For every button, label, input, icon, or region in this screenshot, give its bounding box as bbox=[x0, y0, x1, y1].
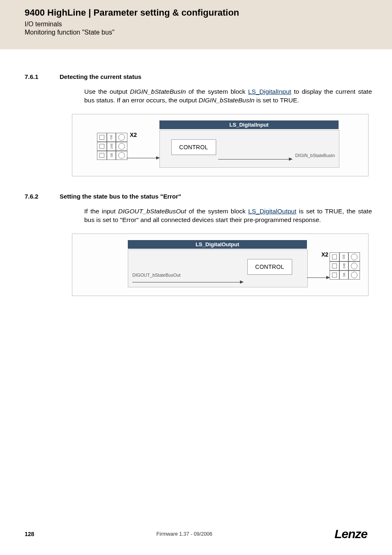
text: of the system block bbox=[186, 88, 248, 95]
arrow-to-port bbox=[218, 159, 292, 160]
text: of the system block bbox=[186, 208, 248, 215]
arrow-from-port bbox=[132, 282, 243, 282]
section-heading-1: 7.6.1 Detecting the current status bbox=[25, 73, 367, 80]
link-ls-digitalinput[interactable]: LS_DigitalInput bbox=[248, 88, 291, 95]
terminal-port bbox=[348, 271, 360, 280]
section-heading-2: 7.6.2 Setting the state bus to the statu… bbox=[25, 193, 367, 200]
terminal-port bbox=[116, 133, 127, 142]
link-ls-digitaloutput[interactable]: LS_DigitalOutput bbox=[248, 208, 296, 215]
section-number-1: 7.6.1 bbox=[25, 73, 60, 80]
terminal-label-sb: SB bbox=[107, 151, 116, 160]
header-title: 9400 HighLine | Parameter setting & conf… bbox=[25, 7, 392, 18]
arrow-out-of-block bbox=[307, 278, 330, 278]
text: If the input bbox=[84, 208, 118, 215]
control-box: CONTROL bbox=[171, 139, 216, 155]
block-title-digitalinput: LS_DigitalInput bbox=[159, 120, 339, 129]
terminal-slot bbox=[97, 142, 107, 151]
terminal-slot bbox=[330, 252, 339, 261]
terminal-label-24e: 24E bbox=[339, 261, 348, 271]
x2-label: X2 bbox=[130, 132, 137, 138]
terminal-port bbox=[348, 261, 360, 271]
port-digin-bstatebusin: DIGIN_bStateBusIn bbox=[295, 153, 335, 158]
diagram-ls-digitalinput: GE 24E SB X2 LS_DigitalInput CONTROL DIG… bbox=[72, 114, 369, 176]
section-1-paragraph: Use the output DIGIN_bStateBusIn of the … bbox=[84, 88, 372, 105]
section-2-paragraph: If the input DIGOUT_bStateBusOut of the … bbox=[84, 207, 372, 224]
var-digin-2: DIGIN_bStateBusIn bbox=[198, 97, 254, 104]
terminal-slot bbox=[330, 261, 339, 271]
lenze-logo: Lenze bbox=[334, 527, 367, 541]
terminal-label-sb: SB bbox=[339, 271, 348, 280]
page-header: 9400 HighLine | Parameter setting & conf… bbox=[0, 0, 392, 49]
diagram-ls-digitaloutput: LS_DigitalOutput DIGOUT_bStateBusOut CON… bbox=[72, 234, 369, 296]
terminal-label-ge: GE bbox=[339, 252, 348, 261]
firmware-version: Firmware 1.37 - 09/2006 bbox=[157, 531, 212, 537]
content-area: 7.6.1 Detecting the current status Use t… bbox=[0, 49, 392, 296]
terminal-slot bbox=[330, 271, 339, 280]
terminal-slot bbox=[97, 151, 107, 160]
page-footer: 128 Firmware 1.37 - 09/2006 Lenze bbox=[25, 527, 367, 541]
text: Use the output bbox=[84, 88, 130, 95]
terminal-port bbox=[116, 151, 127, 160]
section-title-1: Detecting the current status bbox=[60, 73, 141, 80]
terminal-label-24e: 24E bbox=[107, 142, 116, 151]
terminal-port bbox=[116, 142, 127, 151]
x2-label: X2 bbox=[321, 251, 328, 258]
header-sub1: I/O terminals bbox=[25, 21, 392, 28]
var-digin-1: DIGIN_bStateBusIn bbox=[130, 88, 186, 95]
terminal-slot bbox=[97, 133, 107, 142]
port-digout-bstatebusout: DIGOUT_bStateBusOut bbox=[132, 273, 180, 278]
section-title-2: Setting the state bus to the status "Err… bbox=[60, 193, 181, 200]
terminal-x2-right: GE 24E SB bbox=[330, 252, 362, 280]
page-number: 128 bbox=[25, 531, 34, 537]
text: is set to TRUE. bbox=[254, 97, 299, 104]
section-number-2: 7.6.2 bbox=[25, 193, 60, 200]
block-body-digitalinput: CONTROL DIGIN_bStateBusIn bbox=[159, 130, 339, 168]
terminal-label-ge: GE bbox=[107, 133, 116, 142]
control-box: CONTROL bbox=[247, 259, 292, 275]
arrow-into-block bbox=[127, 158, 159, 158]
header-sub2: Monitoring function "State bus" bbox=[25, 29, 392, 36]
var-digout: DIGOUT_bStateBusOut bbox=[118, 208, 186, 215]
terminal-x2-left: GE 24E SB bbox=[97, 133, 129, 160]
terminal-port bbox=[348, 252, 360, 261]
block-title-digitaloutput: LS_DigitalOutput bbox=[128, 240, 307, 249]
block-body-digitaloutput: DIGOUT_bStateBusOut CONTROL bbox=[128, 250, 308, 287]
